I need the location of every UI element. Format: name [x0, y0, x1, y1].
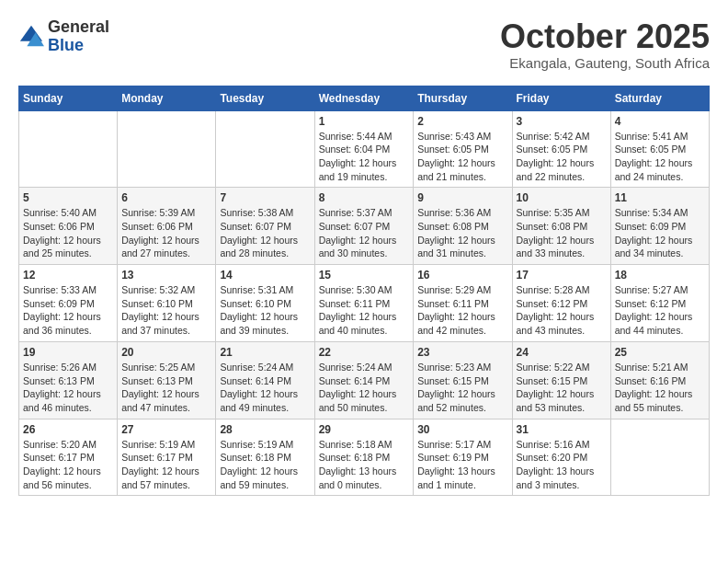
- calendar-week-row: 19Sunrise: 5:26 AM Sunset: 6:13 PM Dayli…: [19, 341, 710, 419]
- weekday-header: Monday: [118, 86, 216, 110]
- weekday-header: Tuesday: [216, 86, 314, 110]
- calendar-cell: 18Sunrise: 5:27 AM Sunset: 6:12 PM Dayli…: [610, 265, 709, 342]
- day-info-text: Sunrise: 5:23 AM Sunset: 6:15 PM Dayligh…: [417, 361, 507, 415]
- calendar-cell: 5Sunrise: 5:40 AM Sunset: 6:06 PM Daylig…: [19, 188, 118, 265]
- day-info-text: Sunrise: 5:21 AM Sunset: 6:16 PM Dayligh…: [615, 361, 705, 415]
- day-number: 7: [220, 191, 310, 204]
- day-info-text: Sunrise: 5:18 AM Sunset: 6:18 PM Dayligh…: [319, 438, 410, 492]
- day-info-text: Sunrise: 5:30 AM Sunset: 6:11 PM Dayligh…: [319, 283, 410, 338]
- day-number: 31: [517, 423, 607, 436]
- calendar-cell: 24Sunrise: 5:22 AM Sunset: 6:15 PM Dayli…: [512, 341, 610, 419]
- day-info-text: Sunrise: 5:28 AM Sunset: 6:12 PM Dayligh…: [517, 283, 607, 338]
- day-info-text: Sunrise: 5:35 AM Sunset: 6:08 PM Dayligh…: [517, 206, 607, 260]
- day-number: 25: [615, 346, 705, 359]
- day-info-text: Sunrise: 5:32 AM Sunset: 6:10 PM Dayligh…: [121, 283, 211, 338]
- day-info-text: Sunrise: 5:36 AM Sunset: 6:08 PM Dayligh…: [417, 206, 507, 260]
- day-info-text: Sunrise: 5:26 AM Sunset: 6:13 PM Dayligh…: [23, 361, 113, 415]
- calendar-week-row: 5Sunrise: 5:40 AM Sunset: 6:06 PM Daylig…: [19, 188, 710, 265]
- logo-icon: [18, 24, 44, 50]
- weekday-header: Wednesday: [314, 86, 414, 110]
- day-number: 28: [220, 423, 310, 436]
- day-info-text: Sunrise: 5:20 AM Sunset: 6:17 PM Dayligh…: [23, 438, 113, 492]
- calendar-cell: 20Sunrise: 5:25 AM Sunset: 6:13 PM Dayli…: [118, 341, 216, 419]
- calendar-cell: 14Sunrise: 5:31 AM Sunset: 6:10 PM Dayli…: [216, 265, 314, 342]
- day-number: 2: [417, 115, 507, 128]
- weekday-header: Sunday: [19, 86, 118, 110]
- month-title: October 2025: [500, 18, 710, 55]
- day-number: 13: [121, 269, 211, 282]
- day-number: 8: [319, 191, 410, 204]
- calendar-cell: 22Sunrise: 5:24 AM Sunset: 6:14 PM Dayli…: [314, 341, 414, 419]
- calendar-cell: [19, 110, 118, 188]
- calendar-cell: 30Sunrise: 5:17 AM Sunset: 6:19 PM Dayli…: [414, 419, 512, 496]
- day-number: 29: [319, 423, 410, 436]
- day-number: 4: [615, 115, 705, 128]
- day-info-text: Sunrise: 5:17 AM Sunset: 6:19 PM Dayligh…: [417, 438, 507, 492]
- calendar-cell: 13Sunrise: 5:32 AM Sunset: 6:10 PM Dayli…: [118, 265, 216, 342]
- calendar-cell: 29Sunrise: 5:18 AM Sunset: 6:18 PM Dayli…: [314, 419, 414, 496]
- day-number: 21: [220, 346, 310, 359]
- day-info-text: Sunrise: 5:29 AM Sunset: 6:11 PM Dayligh…: [417, 283, 507, 338]
- day-info-text: Sunrise: 5:27 AM Sunset: 6:12 PM Dayligh…: [615, 283, 705, 338]
- day-info-text: Sunrise: 5:37 AM Sunset: 6:07 PM Dayligh…: [319, 206, 410, 260]
- calendar-week-row: 1Sunrise: 5:44 AM Sunset: 6:04 PM Daylig…: [19, 110, 710, 188]
- calendar-cell: 16Sunrise: 5:29 AM Sunset: 6:11 PM Dayli…: [414, 265, 512, 342]
- day-info-text: Sunrise: 5:39 AM Sunset: 6:06 PM Dayligh…: [121, 206, 211, 260]
- day-info-text: Sunrise: 5:16 AM Sunset: 6:20 PM Dayligh…: [517, 438, 607, 492]
- day-info-text: Sunrise: 5:19 AM Sunset: 6:18 PM Dayligh…: [220, 438, 310, 492]
- day-number: 18: [615, 269, 705, 282]
- day-info-text: Sunrise: 5:44 AM Sunset: 6:04 PM Dayligh…: [319, 130, 410, 184]
- day-info-text: Sunrise: 5:43 AM Sunset: 6:05 PM Dayligh…: [417, 130, 507, 184]
- calendar-cell: 1Sunrise: 5:44 AM Sunset: 6:04 PM Daylig…: [314, 110, 414, 188]
- day-info-text: Sunrise: 5:19 AM Sunset: 6:17 PM Dayligh…: [121, 438, 211, 492]
- day-number: 16: [417, 269, 507, 282]
- calendar-cell: 19Sunrise: 5:26 AM Sunset: 6:13 PM Dayli…: [19, 341, 118, 419]
- calendar-cell: 2Sunrise: 5:43 AM Sunset: 6:05 PM Daylig…: [414, 110, 512, 188]
- calendar-cell: 21Sunrise: 5:24 AM Sunset: 6:14 PM Dayli…: [216, 341, 314, 419]
- day-number: 27: [121, 423, 211, 436]
- calendar-cell: 3Sunrise: 5:42 AM Sunset: 6:05 PM Daylig…: [512, 110, 610, 188]
- day-info-text: Sunrise: 5:34 AM Sunset: 6:09 PM Dayligh…: [615, 206, 705, 260]
- calendar-cell: 25Sunrise: 5:21 AM Sunset: 6:16 PM Dayli…: [610, 341, 709, 419]
- calendar-week-row: 12Sunrise: 5:33 AM Sunset: 6:09 PM Dayli…: [19, 265, 710, 342]
- day-info-text: Sunrise: 5:24 AM Sunset: 6:14 PM Dayligh…: [319, 361, 410, 415]
- page-header: General Blue October 2025 Ekangala, Gaut…: [18, 18, 710, 71]
- day-number: 11: [615, 191, 705, 204]
- calendar-cell: [118, 110, 216, 188]
- day-number: 10: [517, 191, 607, 204]
- day-number: 24: [517, 346, 607, 359]
- calendar-cell: [610, 419, 709, 496]
- calendar-cell: 10Sunrise: 5:35 AM Sunset: 6:08 PM Dayli…: [512, 188, 610, 265]
- day-number: 1: [319, 115, 410, 128]
- location-text: Ekangala, Gauteng, South Africa: [500, 55, 710, 71]
- calendar-cell: 26Sunrise: 5:20 AM Sunset: 6:17 PM Dayli…: [19, 419, 118, 496]
- weekday-header: Friday: [512, 86, 610, 110]
- calendar-cell: 11Sunrise: 5:34 AM Sunset: 6:09 PM Dayli…: [610, 188, 709, 265]
- day-number: 19: [23, 346, 113, 359]
- day-info-text: Sunrise: 5:42 AM Sunset: 6:05 PM Dayligh…: [517, 130, 607, 184]
- day-info-text: Sunrise: 5:38 AM Sunset: 6:07 PM Dayligh…: [220, 206, 310, 260]
- day-number: 22: [319, 346, 410, 359]
- calendar-cell: 15Sunrise: 5:30 AM Sunset: 6:11 PM Dayli…: [314, 265, 414, 342]
- day-info-text: Sunrise: 5:33 AM Sunset: 6:09 PM Dayligh…: [23, 283, 113, 338]
- weekday-header-row: SundayMondayTuesdayWednesdayThursdayFrid…: [19, 86, 710, 110]
- calendar-cell: 7Sunrise: 5:38 AM Sunset: 6:07 PM Daylig…: [216, 188, 314, 265]
- day-number: 3: [517, 115, 607, 128]
- calendar-cell: 6Sunrise: 5:39 AM Sunset: 6:06 PM Daylig…: [118, 188, 216, 265]
- day-number: 9: [417, 191, 507, 204]
- day-number: 15: [319, 269, 410, 282]
- day-number: 23: [417, 346, 507, 359]
- calendar-cell: 31Sunrise: 5:16 AM Sunset: 6:20 PM Dayli…: [512, 419, 610, 496]
- weekday-header: Thursday: [414, 86, 512, 110]
- logo-blue-text: Blue: [48, 37, 109, 55]
- calendar-cell: [216, 110, 314, 188]
- calendar-cell: 28Sunrise: 5:19 AM Sunset: 6:18 PM Dayli…: [216, 419, 314, 496]
- day-info-text: Sunrise: 5:22 AM Sunset: 6:15 PM Dayligh…: [517, 361, 607, 415]
- calendar-cell: 9Sunrise: 5:36 AM Sunset: 6:08 PM Daylig…: [414, 188, 512, 265]
- calendar-cell: 27Sunrise: 5:19 AM Sunset: 6:17 PM Dayli…: [118, 419, 216, 496]
- day-info-text: Sunrise: 5:25 AM Sunset: 6:13 PM Dayligh…: [121, 361, 211, 415]
- calendar-cell: 12Sunrise: 5:33 AM Sunset: 6:09 PM Dayli…: [19, 265, 118, 342]
- calendar-cell: 8Sunrise: 5:37 AM Sunset: 6:07 PM Daylig…: [314, 188, 414, 265]
- day-info-text: Sunrise: 5:41 AM Sunset: 6:05 PM Dayligh…: [615, 130, 705, 184]
- day-number: 26: [23, 423, 113, 436]
